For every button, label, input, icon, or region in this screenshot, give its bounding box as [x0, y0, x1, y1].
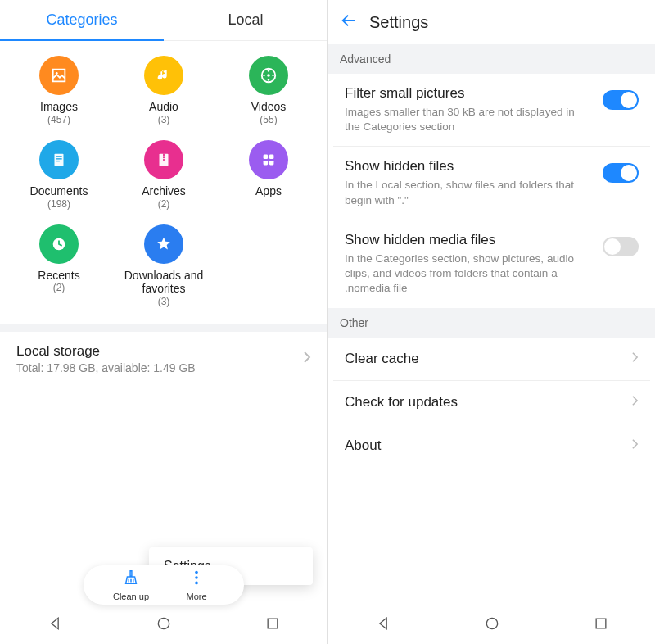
svg-rect-12	[163, 153, 165, 156]
bottom-toolbar: Clean up More	[84, 565, 244, 605]
storage-title: Local storage	[16, 343, 196, 360]
svg-rect-7	[55, 153, 64, 166]
back-nav-icon[interactable]	[375, 615, 391, 635]
link-label: About	[345, 438, 381, 454]
section-other: Other	[328, 308, 655, 338]
tab-bar: Categories Local	[0, 0, 328, 41]
storage-subtitle: Total: 17.98 GB, available: 1.49 GB	[16, 361, 196, 374]
image-icon	[39, 56, 79, 95]
category-label: Documents	[30, 184, 88, 198]
category-label: Apps	[255, 184, 282, 198]
category-videos[interactable]: Videos(55)	[216, 56, 321, 125]
link-about[interactable]: About	[333, 424, 650, 467]
toggle-switch[interactable]	[603, 90, 639, 110]
category-recents[interactable]: Recents(2)	[7, 224, 111, 308]
local-storage-row[interactable]: Local storage Total: 17.98 GB, available…	[0, 332, 328, 386]
svg-point-25	[486, 618, 497, 628]
category-archives[interactable]: Archives(2)	[111, 140, 216, 210]
svg-point-2	[267, 74, 270, 77]
android-navbar	[0, 606, 328, 644]
category-count: (3)	[158, 114, 170, 125]
svg-rect-16	[269, 154, 274, 159]
home-nav-icon[interactable]	[484, 615, 500, 635]
category-label: Downloads and favorites	[119, 269, 209, 297]
music-icon	[144, 56, 183, 95]
tab-categories[interactable]: Categories	[0, 0, 164, 40]
svg-point-0	[56, 72, 58, 75]
svg-point-20	[195, 571, 198, 574]
category-downloads-and-favorites[interactable]: Downloads and favorites(3)	[111, 224, 216, 308]
back-nav-icon[interactable]	[47, 615, 63, 635]
svg-point-21	[195, 576, 198, 579]
category-label: Recents	[38, 269, 79, 283]
svg-rect-14	[163, 159, 165, 161]
android-navbar	[328, 606, 655, 644]
setting-show-hidden-files: Show hidden filesIn the Local section, s…	[333, 147, 650, 220]
category-label: Audio	[149, 100, 178, 114]
settings-screen: Settings Advanced Filter small picturesI…	[328, 0, 655, 644]
recent-nav-icon[interactable]	[264, 615, 281, 635]
back-arrow-icon[interactable]	[340, 11, 358, 33]
chevron-right-icon	[631, 438, 639, 453]
svg-rect-17	[264, 161, 269, 166]
setting-filter-small-pictures: Filter small picturesImages smaller than…	[333, 74, 650, 147]
svg-point-3	[268, 70, 269, 71]
more-label: More	[186, 592, 206, 601]
video-icon	[249, 56, 288, 95]
category-count: (55)	[260, 114, 277, 125]
category-count: (3)	[158, 296, 170, 307]
setting-desc: Images smaller than 30 kB are not displa…	[345, 105, 590, 134]
setting-title: Filter small pictures	[345, 85, 593, 102]
category-label: Archives	[142, 184, 186, 198]
category-count: (198)	[47, 198, 70, 210]
tab-local[interactable]: Local	[164, 0, 328, 40]
setting-title: Show hidden media files	[345, 232, 593, 248]
star-icon	[144, 224, 183, 264]
section-advanced: Advanced	[328, 44, 655, 74]
settings-title: Settings	[369, 13, 428, 32]
more-button[interactable]: More	[164, 569, 229, 601]
cleanup-label: Clean up	[113, 592, 149, 601]
setting-title: Show hidden files	[345, 158, 593, 175]
zip-icon	[144, 140, 183, 179]
category-documents[interactable]: Documents(198)	[7, 140, 111, 210]
chevron-right-icon	[631, 351, 639, 366]
apps-icon	[249, 140, 288, 179]
svg-rect-8	[56, 156, 61, 156]
svg-point-4	[268, 79, 269, 80]
svg-point-5	[263, 75, 264, 76]
svg-rect-24	[268, 619, 278, 628]
category-grid: Images(457)Audio(3)Videos(55)Documents(1…	[0, 41, 328, 314]
clock-icon	[39, 224, 79, 264]
category-label: Images	[40, 100, 78, 114]
setting-show-hidden-media-files: Show hidden media filesIn the Categories…	[333, 220, 650, 308]
svg-point-23	[158, 618, 169, 628]
link-check-for-updates[interactable]: Check for updates	[333, 381, 650, 424]
category-count: (457)	[47, 114, 70, 125]
svg-rect-18	[269, 161, 274, 166]
category-count: (2)	[158, 198, 170, 210]
link-label: Check for updates	[345, 394, 458, 410]
setting-desc: In the Local section, show files and fol…	[345, 178, 590, 207]
category-images[interactable]: Images(457)	[7, 56, 111, 125]
settings-appbar: Settings	[328, 0, 655, 44]
more-vert-icon	[187, 569, 206, 590]
toggle-switch[interactable]	[603, 163, 639, 183]
chevron-right-icon	[303, 351, 311, 367]
chevron-right-icon	[631, 395, 639, 410]
recent-nav-icon[interactable]	[593, 615, 609, 635]
link-label: Clear cache	[345, 351, 419, 367]
link-clear-cache[interactable]: Clear cache	[333, 338, 650, 381]
svg-rect-26	[596, 619, 606, 628]
svg-rect-10	[56, 161, 60, 161]
category-apps[interactable]: Apps	[216, 140, 321, 210]
setting-desc: In the Categories section, show pictures…	[345, 252, 590, 297]
category-audio[interactable]: Audio(3)	[111, 56, 216, 125]
toggle-switch[interactable]	[603, 237, 639, 256]
svg-point-6	[272, 75, 273, 76]
file-manager-screen: Categories Local Images(457)Audio(3)Vide…	[0, 0, 328, 644]
svg-point-22	[195, 582, 198, 585]
cleanup-button[interactable]: Clean up	[98, 569, 164, 601]
broom-icon	[122, 569, 140, 590]
home-nav-icon[interactable]	[156, 615, 172, 635]
